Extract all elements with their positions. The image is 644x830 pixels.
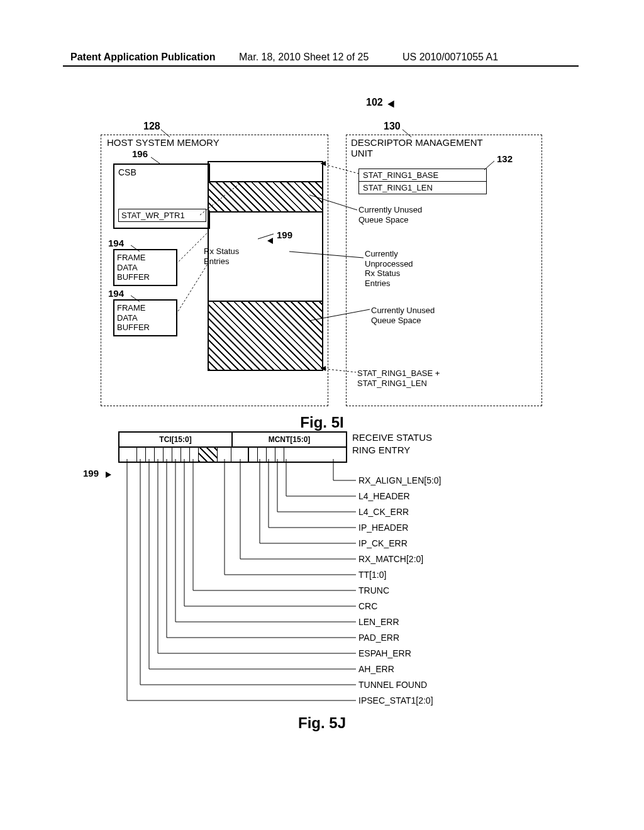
lbl-tt: TT[1:0] [358, 570, 386, 580]
figure-5j: TCI[15:0] MCNT[15:0] 199 RECEIVE STATUS … [94, 431, 572, 733]
svg-line-14 [321, 368, 356, 372]
svg-line-6 [321, 163, 358, 174]
svg-line-3 [484, 161, 494, 170]
fig5i-connectors [94, 101, 572, 415]
lbl-ip-ck-err: IP_CK_ERR [358, 538, 408, 548]
svg-line-11 [309, 309, 370, 321]
lbl-espah-err: ESPAH_ERR [358, 648, 411, 658]
lbl-crc: CRC [358, 601, 377, 611]
svg-line-1 [402, 130, 411, 137]
lbl-ah-err: AH_ERR [358, 664, 394, 674]
lbl-trunc: TRUNC [358, 585, 389, 595]
lbl-ip-header: IP_HEADER [358, 523, 408, 533]
svg-line-12 [176, 233, 208, 264]
pub-label: Patent Application Publication [70, 52, 216, 63]
lbl-len-err: LEN_ERR [358, 617, 399, 627]
lbl-l4-header: L4_HEADER [358, 491, 410, 501]
svg-line-10 [289, 252, 364, 258]
lbl-l4-ck-err: L4_CK_ERR [358, 507, 409, 517]
fig5j-connectors [94, 431, 572, 733]
svg-line-9 [200, 181, 243, 215]
lbl-tunnel-found: TUNNEL FOUND [358, 680, 427, 690]
fig-5j-label: Fig. 5J [259, 714, 385, 732]
figure-5i: 102 128 130 HOST SYSTEM MEMORY 196 CSB S… [94, 101, 572, 415]
svg-marker-15 [321, 366, 326, 371]
svg-line-16 [258, 234, 274, 239]
svg-line-2 [151, 157, 160, 163]
svg-line-8 [309, 195, 357, 210]
svg-line-0 [161, 130, 170, 137]
lbl-rx-align-len: RX_ALIGN_LEN[5:0] [358, 475, 441, 485]
svg-line-4 [131, 245, 140, 252]
header-rule [63, 65, 579, 67]
svg-line-13 [176, 264, 208, 314]
lbl-ipsec-stat1: IPSEC_STAT1[2:0] [358, 695, 433, 706]
pub-number: US 2010/0071055 A1 [402, 52, 498, 63]
svg-marker-7 [321, 161, 326, 166]
date-sheet: Mar. 18, 2010 Sheet 12 of 25 [239, 52, 369, 63]
lbl-pad-err: PAD_ERR [358, 633, 399, 643]
lbl-rx-match: RX_MATCH[2:0] [358, 554, 423, 564]
fig-5i-label: Fig. 5I [259, 414, 385, 431]
svg-line-5 [131, 296, 140, 302]
